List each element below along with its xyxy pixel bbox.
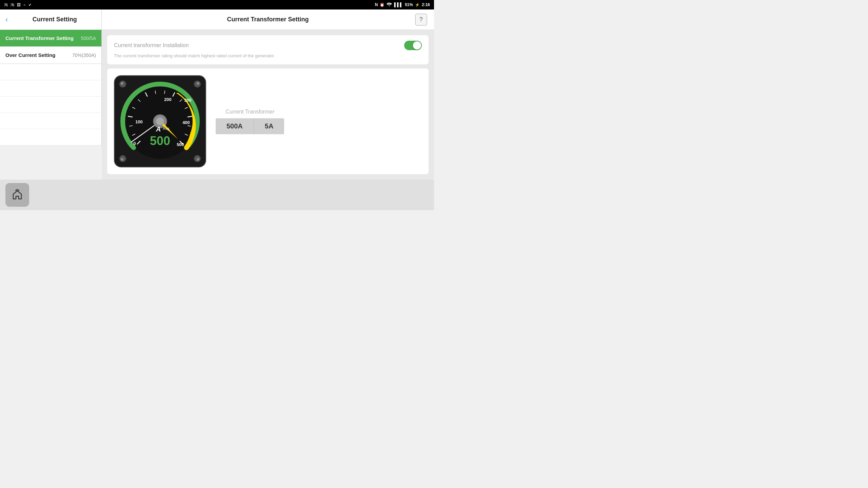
empty-row-5 bbox=[0, 129, 101, 145]
toggle-label: Current transformer Installation bbox=[114, 42, 189, 48]
svg-point-4 bbox=[197, 82, 199, 85]
svg-point-37 bbox=[156, 117, 164, 125]
toggle-switch[interactable] bbox=[404, 41, 422, 50]
ct-values: 500A 5A bbox=[216, 118, 284, 134]
status-wifi bbox=[387, 2, 392, 7]
status-signal: ▌▌▌ bbox=[394, 2, 403, 7]
left-panel-title: Current Setting bbox=[13, 16, 96, 23]
toggle-knob bbox=[413, 41, 421, 49]
status-icon-1: 淘 bbox=[4, 2, 8, 7]
menu-item-overcurrent[interactable]: Over Current Setting 70%(350A) bbox=[0, 47, 101, 64]
menu-item-transformer[interactable]: Current Transformer Setting 500/5A bbox=[0, 30, 101, 47]
empty-row-2 bbox=[0, 80, 101, 97]
toggle-description: The current transformer rating should ma… bbox=[114, 53, 422, 59]
ct-info: Current Transformer 500A 5A bbox=[216, 109, 284, 134]
home-button[interactable] bbox=[5, 183, 29, 207]
right-panel: Current Transformer Setting ? Current tr… bbox=[102, 9, 434, 180]
status-icon-2: 淘 bbox=[11, 2, 14, 7]
status-icon-usb: ⌁ bbox=[23, 3, 26, 7]
status-alarm-icon: ⏰ bbox=[380, 3, 384, 7]
svg-text:200: 200 bbox=[164, 97, 172, 102]
menu-item-overcurrent-label: Over Current Setting bbox=[5, 52, 56, 58]
ct-label: Current Transformer bbox=[225, 109, 274, 115]
toggle-card: Current transformer Installation The cur… bbox=[107, 35, 429, 64]
gauge-svg: 0 100 200 300 400 500 bbox=[113, 74, 208, 169]
svg-point-6 bbox=[121, 158, 123, 161]
left-panel: ‹ Current Setting Current Transformer Se… bbox=[0, 9, 102, 145]
gauge-card: 0 100 200 300 400 500 bbox=[107, 68, 429, 174]
right-header: Current Transformer Setting ? bbox=[102, 9, 434, 30]
menu-item-transformer-label: Current Transformer Setting bbox=[5, 35, 74, 41]
svg-point-2 bbox=[121, 82, 123, 85]
ct-primary-value: 500A bbox=[216, 118, 254, 134]
menu-item-overcurrent-value: 70%(350A) bbox=[72, 53, 96, 58]
status-bar-left: 淘 淘 🖼 ⌁ ✔ bbox=[4, 2, 32, 7]
gauge-container: 0 100 200 300 400 500 bbox=[113, 74, 208, 169]
status-battery-icon: ⚡ bbox=[415, 3, 420, 7]
svg-text:500: 500 bbox=[150, 134, 170, 148]
svg-text:A: A bbox=[156, 125, 161, 133]
right-panel-title: Current Transformer Setting bbox=[121, 16, 415, 23]
empty-row-1 bbox=[0, 64, 101, 80]
status-time: 2:16 bbox=[422, 2, 430, 7]
app-with-bottom: ‹ Current Setting Current Transformer Se… bbox=[0, 9, 434, 210]
menu-item-transformer-value: 500/5A bbox=[81, 36, 96, 41]
back-button[interactable]: ‹ bbox=[5, 16, 8, 23]
status-battery: 51% bbox=[405, 2, 413, 7]
svg-text:100: 100 bbox=[135, 119, 143, 124]
svg-text:400: 400 bbox=[182, 120, 190, 125]
help-button[interactable]: ? bbox=[415, 14, 427, 26]
left-header: ‹ Current Setting bbox=[0, 9, 101, 30]
status-nfc: N bbox=[375, 2, 378, 7]
empty-row-3 bbox=[0, 97, 101, 113]
status-bar-right: N ⏰ ▌▌▌ 51% ⚡ 2:16 bbox=[375, 2, 430, 7]
home-icon bbox=[11, 189, 23, 201]
svg-point-8 bbox=[197, 158, 199, 161]
svg-text:500: 500 bbox=[177, 142, 184, 147]
app-body: ‹ Current Setting Current Transformer Se… bbox=[0, 9, 434, 180]
svg-text:300: 300 bbox=[184, 98, 192, 103]
bottom-bar bbox=[0, 180, 434, 210]
svg-text:0: 0 bbox=[133, 141, 136, 146]
empty-row-4 bbox=[0, 113, 101, 129]
ct-secondary-value: 5A bbox=[254, 118, 284, 134]
status-icon-check: ✔ bbox=[28, 3, 32, 7]
status-icon-image: 🖼 bbox=[17, 3, 21, 7]
toggle-row: Current transformer Installation bbox=[114, 41, 422, 50]
status-bar: 淘 淘 🖼 ⌁ ✔ N ⏰ ▌▌▌ 51% ⚡ 2:16 bbox=[0, 0, 434, 9]
svg-text:Avg.: Avg. bbox=[163, 126, 170, 130]
right-body: Current transformer Installation The cur… bbox=[102, 30, 434, 180]
